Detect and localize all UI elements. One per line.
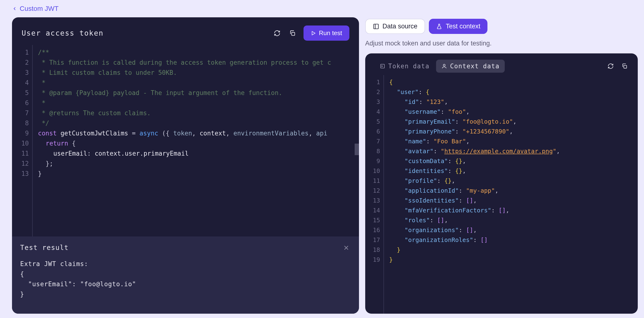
context-copy-button[interactable]: [620, 62, 629, 70]
json-content[interactable]: {"user": {"id": "123","username": "foo",…: [384, 75, 638, 314]
svg-point-7: [443, 64, 445, 66]
refresh-button[interactable]: [273, 29, 282, 38]
test-result-panel: Test result Extra JWT claims: { "userEma…: [12, 236, 359, 314]
subtext: Adjust mock token and user data for test…: [365, 38, 638, 50]
editor-gutter: 12345678910111213: [12, 45, 32, 236]
run-test-button[interactable]: Run test: [304, 26, 349, 41]
run-test-label: Run test: [319, 29, 342, 37]
data-source-button[interactable]: Data source: [365, 19, 425, 34]
context-refresh-button[interactable]: [606, 62, 615, 70]
flask-icon: [436, 23, 442, 30]
svg-marker-1: [312, 31, 315, 35]
context-panel: Token data Context data: [365, 53, 638, 314]
test-context-button[interactable]: Test context: [429, 19, 488, 34]
editor-scrollbar[interactable]: [355, 144, 359, 155]
tab-token-label: Token data: [388, 63, 430, 70]
close-result-button[interactable]: [342, 243, 351, 253]
close-icon: [343, 244, 350, 251]
layout-icon: [373, 23, 379, 30]
test-context-label: Test context: [446, 23, 480, 30]
token-icon: [380, 63, 386, 69]
svg-rect-4: [374, 24, 378, 29]
editor-content[interactable]: /** * This function is called during the…: [32, 45, 359, 236]
json-editor[interactable]: 12345678910111213141516171819 {"user": {…: [365, 75, 638, 314]
copy-button[interactable]: [288, 29, 297, 38]
copy-icon: [289, 30, 296, 37]
test-result-body: Extra JWT claims: { "userEmail": "foo@lo…: [20, 259, 349, 299]
data-source-label: Data source: [382, 23, 418, 30]
code-editor[interactable]: 12345678910111213 /** * This function is…: [12, 45, 359, 236]
json-gutter: 12345678910111213141516171819: [365, 75, 384, 314]
code-panel: User access token Run test 1234567891011…: [12, 17, 359, 314]
refresh-icon: [274, 30, 280, 37]
breadcrumb-back[interactable]: Custom JWT: [12, 5, 58, 13]
user-icon: [441, 63, 447, 69]
chevron-left-icon: [12, 6, 17, 11]
svg-rect-0: [292, 32, 295, 35]
tab-context-data[interactable]: Context data: [436, 60, 505, 73]
copy-icon: [622, 63, 628, 69]
svg-rect-8: [624, 65, 627, 68]
breadcrumb-label: Custom JWT: [20, 5, 58, 13]
code-panel-title: User access token: [22, 29, 104, 37]
test-result-title: Test result: [20, 244, 349, 252]
refresh-icon: [608, 63, 614, 69]
tab-token-data[interactable]: Token data: [374, 60, 435, 73]
play-icon: [311, 31, 316, 36]
tab-context-label: Context data: [450, 63, 500, 70]
